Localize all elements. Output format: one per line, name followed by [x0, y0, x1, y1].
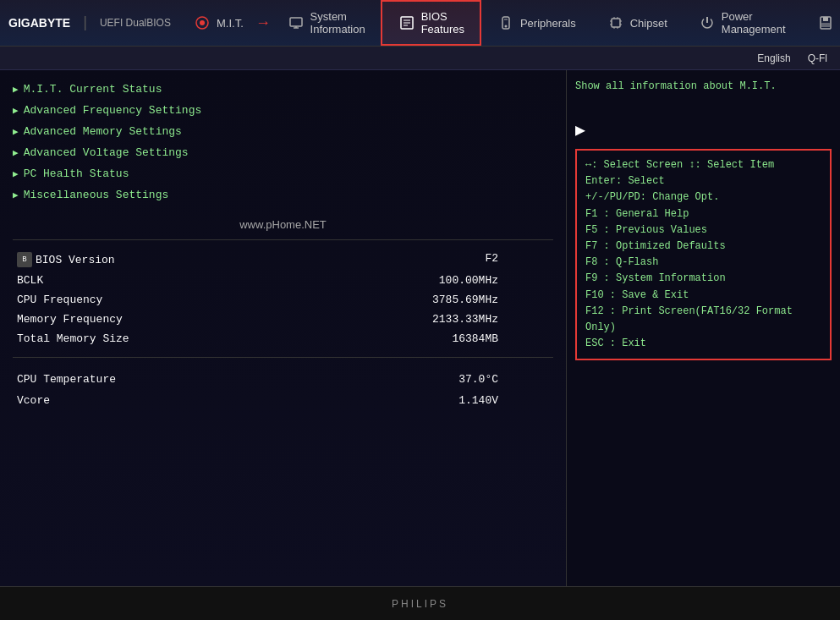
divider: [13, 239, 553, 240]
menu-item-freq[interactable]: ▶ Advanced Frequency Settings: [0, 100, 566, 121]
menu-item-pc-health[interactable]: ▶ PC Health Status: [0, 163, 566, 184]
bios-icon: [398, 14, 416, 32]
mit-icon: [193, 14, 211, 32]
bottom-bar: PHILIPS: [0, 586, 840, 620]
hotkey-f5: F5 : Previous Values: [585, 222, 821, 239]
vcore-label: Vcore: [17, 394, 203, 407]
tab-save[interactable]: Save: [801, 0, 840, 46]
save-icon: [816, 14, 835, 32]
bclk-row: BCLK 100.00MHz: [17, 271, 549, 290]
arrow-icon: ▶: [13, 189, 19, 200]
arrow-icon: ▶: [13, 105, 19, 116]
menu-item-label: M.I.T. Current Status: [24, 83, 162, 96]
nav-arrow: →: [259, 14, 268, 31]
main-content: ▶ M.I.T. Current Status ▶ Advanced Frequ…: [0, 70, 840, 586]
hotkey-f7: F7 : Optimized Defaults: [585, 239, 821, 255]
right-panel: Show all information about M.I.T. ▶ ↔: S…: [567, 70, 840, 586]
bios-version-label: B BIOS Version: [17, 252, 203, 267]
mem-freq-row: Memory Frequency 2133.33MHz: [17, 310, 549, 329]
menu-item-label: Advanced Memory Settings: [24, 125, 182, 138]
mem-freq-value: 2133.33MHz: [432, 313, 549, 326]
menu-item-label: Advanced Voltage Settings: [24, 146, 189, 159]
cpu-freq-label: CPU Frequency: [17, 294, 203, 306]
svg-rect-22: [823, 17, 828, 21]
watermark: www.pHome.NET: [0, 206, 566, 235]
hotkey-f9: F9 : System Information: [585, 271, 821, 287]
vcore-value: 1.140V: [458, 394, 549, 407]
lang-bar: English Q-Fl: [0, 47, 840, 70]
tab-bios-label: BIOSFeatures: [421, 10, 464, 36]
hotkey-enter: Enter: Select: [585, 173, 821, 189]
logo-area: GIGABYTE | UEFI DualBIOS: [8, 14, 178, 31]
hotkey-f8: F8 : Q-Flash: [585, 255, 821, 271]
tab-peripherals[interactable]: Peripherals: [481, 0, 591, 46]
menu-item-label: Advanced Frequency Settings: [24, 104, 202, 117]
system-icon: [287, 14, 305, 32]
menu-item-mit-status[interactable]: ▶ M.I.T. Current Status: [0, 79, 566, 100]
tab-mit-label: M.I.T.: [217, 17, 244, 30]
bclk-label: BCLK: [17, 274, 203, 287]
arrow-icon: ▶: [13, 126, 19, 137]
menu-item-label: Miscellaneous Settings: [24, 189, 169, 201]
total-mem-value: 16384MB: [452, 332, 549, 345]
tab-chipset[interactable]: Chipset: [591, 0, 683, 46]
menu-item-label: PC Health Status: [24, 167, 129, 180]
hotkey-f10: F10 : Save & Exit: [585, 288, 821, 304]
hotkey-select-screen: ↔: Select Screen ↕: Select Item: [585, 157, 821, 173]
hotkey-f12: F12 : Print Screen(FAT16/32 Format Only): [585, 304, 821, 336]
tab-peripherals-label: Peripherals: [520, 17, 576, 30]
peripherals-icon: [497, 14, 515, 32]
svg-rect-23: [821, 23, 830, 27]
mem-freq-label: Memory Frequency: [17, 313, 203, 326]
tab-power[interactable]: PowerManagement: [683, 0, 801, 46]
svg-rect-12: [612, 19, 620, 27]
hotkey-box: ↔: Select Screen ↕: Select Item Enter: S…: [575, 149, 832, 360]
svg-rect-2: [290, 18, 302, 26]
sysinfo-table: B BIOS Version F2 BCLK 100.00MHz CPU Fre…: [0, 244, 566, 353]
monitor-label: PHILIPS: [392, 598, 448, 610]
tab-bios[interactable]: BIOSFeatures: [381, 0, 481, 46]
cpu-temp-row: CPU Temperature 37.0°C: [17, 369, 549, 390]
chipset-icon: [607, 14, 625, 32]
arrow-icon: ▶: [13, 84, 19, 95]
tab-system-label: SystemInformation: [310, 10, 365, 36]
hotkey-f1: F1 : General Help: [585, 206, 821, 222]
help-text: Show all information about M.I.T.: [575, 79, 832, 94]
svg-point-1: [200, 20, 205, 25]
gigabyte-logo: GIGABYTE: [8, 16, 70, 30]
hotkey-change: +/-/PU/PD: Change Opt.: [585, 189, 821, 206]
bios-version-row: B BIOS Version F2: [17, 249, 549, 271]
cursor-arrow: ▶: [575, 119, 832, 140]
temp-section: CPU Temperature 37.0°C Vcore 1.140V: [0, 362, 566, 418]
topbar: GIGABYTE | UEFI DualBIOS M.I.T. →: [0, 0, 840, 47]
hotkey-esc: ESC : Exit: [585, 336, 821, 352]
tab-power-label: PowerManagement: [722, 10, 786, 36]
bios-chip-icon: B: [17, 252, 32, 267]
bclk-value: 100.00MHz: [439, 274, 549, 287]
arrow-icon: ▶: [13, 168, 19, 179]
cpu-freq-row: CPU Frequency 3785.69MHz: [17, 290, 549, 310]
qflash-button[interactable]: Q-Fl: [808, 52, 827, 64]
cpu-temp-value: 37.0°C: [458, 373, 549, 386]
cpu-freq-value: 3785.69MHz: [432, 294, 549, 306]
menu-item-misc[interactable]: ▶ Miscellaneous Settings: [0, 184, 566, 206]
divider2: [13, 357, 553, 358]
arrow-icon: ▶: [13, 147, 19, 158]
nav-tabs: M.I.T. → SystemInformation: [178, 0, 840, 46]
vcore-row: Vcore 1.140V: [17, 390, 549, 411]
total-mem-row: Total Memory Size 16384MB: [17, 329, 549, 348]
tab-system[interactable]: SystemInformation: [272, 0, 381, 46]
menu-item-memory[interactable]: ▶ Advanced Memory Settings: [0, 121, 566, 142]
language-selector[interactable]: English: [757, 52, 790, 64]
cpu-temp-label: CPU Temperature: [17, 373, 203, 386]
svg-point-10: [504, 25, 507, 28]
tab-mit[interactable]: M.I.T.: [178, 0, 259, 46]
tab-chipset-label: Chipset: [630, 17, 667, 30]
uefi-label: UEFI DualBIOS: [100, 17, 171, 29]
left-panel: ▶ M.I.T. Current Status ▶ Advanced Frequ…: [0, 70, 567, 586]
bios-version-value: F2: [485, 252, 549, 265]
power-icon: [698, 14, 716, 32]
total-mem-label: Total Memory Size: [17, 332, 203, 345]
menu-item-voltage[interactable]: ▶ Advanced Voltage Settings: [0, 142, 566, 163]
